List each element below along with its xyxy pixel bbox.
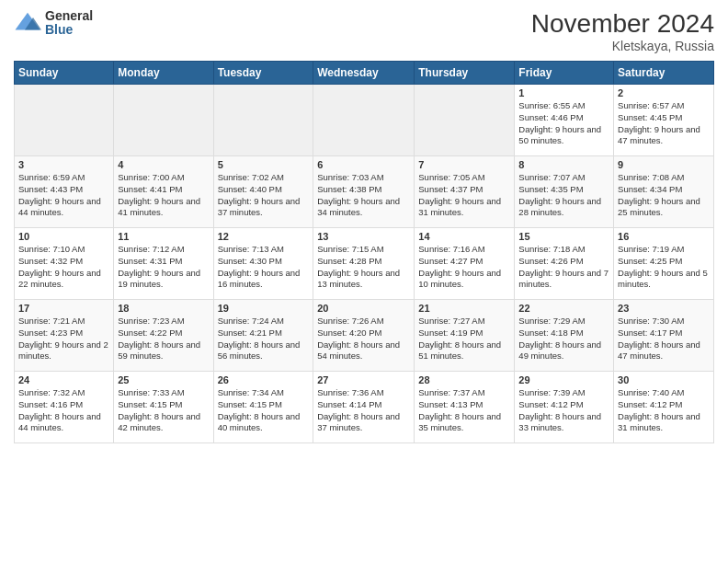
day-number: 18 bbox=[118, 303, 209, 314]
location: Kletskaya, Russia bbox=[531, 39, 714, 53]
table-row: 19Sunrise: 7:24 AM Sunset: 4:21 PM Dayli… bbox=[213, 300, 313, 372]
day-number: 12 bbox=[218, 231, 310, 242]
table-row: 22Sunrise: 7:29 AM Sunset: 4:18 PM Dayli… bbox=[515, 300, 614, 372]
day-number: 22 bbox=[518, 303, 609, 314]
cell-content: Sunrise: 6:57 AM Sunset: 4:45 PM Dayligh… bbox=[618, 100, 710, 147]
logo: General Blue bbox=[14, 9, 93, 38]
day-number: 11 bbox=[118, 231, 209, 242]
day-number: 14 bbox=[418, 231, 510, 242]
cell-content: Sunrise: 7:08 AM Sunset: 4:34 PM Dayligh… bbox=[618, 172, 710, 219]
day-number: 21 bbox=[418, 303, 510, 314]
day-number: 8 bbox=[518, 159, 609, 170]
cell-content: Sunrise: 7:18 AM Sunset: 4:26 PM Dayligh… bbox=[518, 244, 609, 291]
page: General Blue November 2024 Kletskaya, Ru… bbox=[0, 0, 728, 563]
cell-content: Sunrise: 7:33 AM Sunset: 4:15 PM Dayligh… bbox=[118, 387, 209, 434]
cell-content: Sunrise: 7:34 AM Sunset: 4:15 PM Dayligh… bbox=[218, 387, 310, 434]
table-row: 26Sunrise: 7:34 AM Sunset: 4:15 PM Dayli… bbox=[213, 372, 313, 443]
table-row: 20Sunrise: 7:26 AM Sunset: 4:20 PM Dayli… bbox=[313, 300, 415, 372]
cell-content: Sunrise: 7:29 AM Sunset: 4:18 PM Dayligh… bbox=[518, 316, 609, 362]
cell-content: Sunrise: 7:24 AM Sunset: 4:21 PM Dayligh… bbox=[218, 316, 310, 362]
day-number: 2 bbox=[618, 87, 710, 98]
day-number: 23 bbox=[618, 303, 710, 314]
cell-content: Sunrise: 7:03 AM Sunset: 4:38 PM Dayligh… bbox=[317, 172, 410, 219]
table-row: 1Sunrise: 6:55 AM Sunset: 4:46 PM Daylig… bbox=[515, 85, 614, 156]
calendar-week-0: 1Sunrise: 6:55 AM Sunset: 4:46 PM Daylig… bbox=[15, 85, 714, 156]
col-sunday: Sunday bbox=[15, 62, 114, 85]
cell-content: Sunrise: 7:02 AM Sunset: 4:40 PM Dayligh… bbox=[218, 172, 310, 219]
cell-content: Sunrise: 7:10 AM Sunset: 4:32 PM Dayligh… bbox=[18, 244, 109, 291]
cell-content: Sunrise: 7:12 AM Sunset: 4:31 PM Dayligh… bbox=[118, 244, 209, 291]
cell-content: Sunrise: 7:40 AM Sunset: 4:12 PM Dayligh… bbox=[618, 387, 710, 434]
table-row bbox=[313, 85, 415, 156]
month-title: November 2024 bbox=[531, 9, 714, 39]
table-row: 10Sunrise: 7:10 AM Sunset: 4:32 PM Dayli… bbox=[15, 228, 114, 300]
table-row: 14Sunrise: 7:16 AM Sunset: 4:27 PM Dayli… bbox=[415, 228, 515, 300]
table-row: 8Sunrise: 7:07 AM Sunset: 4:35 PM Daylig… bbox=[515, 156, 614, 228]
calendar-week-4: 24Sunrise: 7:32 AM Sunset: 4:16 PM Dayli… bbox=[15, 372, 714, 443]
day-number: 17 bbox=[18, 303, 109, 314]
cell-content: Sunrise: 7:07 AM Sunset: 4:35 PM Dayligh… bbox=[518, 172, 609, 219]
day-number: 27 bbox=[317, 374, 410, 385]
table-row: 18Sunrise: 7:23 AM Sunset: 4:22 PM Dayli… bbox=[114, 300, 213, 372]
cell-content: Sunrise: 7:19 AM Sunset: 4:25 PM Dayligh… bbox=[618, 244, 710, 291]
cell-content: Sunrise: 7:00 AM Sunset: 4:41 PM Dayligh… bbox=[118, 172, 209, 219]
cell-content: Sunrise: 7:39 AM Sunset: 4:12 PM Dayligh… bbox=[518, 387, 609, 434]
day-number: 28 bbox=[418, 374, 510, 385]
day-number: 1 bbox=[518, 87, 609, 98]
table-row: 12Sunrise: 7:13 AM Sunset: 4:30 PM Dayli… bbox=[213, 228, 313, 300]
title-block: November 2024 Kletskaya, Russia bbox=[531, 9, 714, 53]
table-row bbox=[15, 85, 114, 156]
table-row: 29Sunrise: 7:39 AM Sunset: 4:12 PM Dayli… bbox=[515, 372, 614, 443]
cell-content: Sunrise: 7:13 AM Sunset: 4:30 PM Dayligh… bbox=[218, 244, 310, 291]
day-number: 19 bbox=[218, 303, 310, 314]
cell-content: Sunrise: 7:23 AM Sunset: 4:22 PM Dayligh… bbox=[118, 316, 209, 362]
table-row bbox=[114, 85, 213, 156]
calendar-week-2: 10Sunrise: 7:10 AM Sunset: 4:32 PM Dayli… bbox=[15, 228, 714, 300]
table-row: 3Sunrise: 6:59 AM Sunset: 4:43 PM Daylig… bbox=[15, 156, 114, 228]
day-number: 13 bbox=[317, 231, 410, 242]
cell-content: Sunrise: 7:36 AM Sunset: 4:14 PM Dayligh… bbox=[317, 387, 410, 434]
col-saturday: Saturday bbox=[614, 62, 714, 85]
logo-blue: Blue bbox=[45, 23, 93, 37]
calendar: Sunday Monday Tuesday Wednesday Thursday… bbox=[14, 61, 714, 443]
cell-content: Sunrise: 6:55 AM Sunset: 4:46 PM Dayligh… bbox=[518, 100, 609, 147]
col-thursday: Thursday bbox=[415, 62, 515, 85]
day-number: 6 bbox=[317, 159, 410, 170]
cell-content: Sunrise: 7:15 AM Sunset: 4:28 PM Dayligh… bbox=[317, 244, 410, 291]
day-number: 16 bbox=[618, 231, 710, 242]
col-friday: Friday bbox=[515, 62, 614, 85]
cell-content: Sunrise: 7:37 AM Sunset: 4:13 PM Dayligh… bbox=[418, 387, 510, 434]
table-row bbox=[415, 85, 515, 156]
table-row: 25Sunrise: 7:33 AM Sunset: 4:15 PM Dayli… bbox=[114, 372, 213, 443]
header: General Blue November 2024 Kletskaya, Ru… bbox=[14, 9, 714, 53]
table-row: 15Sunrise: 7:18 AM Sunset: 4:26 PM Dayli… bbox=[515, 228, 614, 300]
table-row: 21Sunrise: 7:27 AM Sunset: 4:19 PM Dayli… bbox=[415, 300, 515, 372]
day-number: 15 bbox=[518, 231, 609, 242]
table-row bbox=[213, 85, 313, 156]
day-number: 20 bbox=[317, 303, 410, 314]
logo-icon bbox=[14, 9, 41, 37]
day-number: 4 bbox=[118, 159, 209, 170]
cell-content: Sunrise: 7:32 AM Sunset: 4:16 PM Dayligh… bbox=[18, 387, 109, 434]
calendar-header-row: Sunday Monday Tuesday Wednesday Thursday… bbox=[15, 62, 714, 85]
calendar-week-1: 3Sunrise: 6:59 AM Sunset: 4:43 PM Daylig… bbox=[15, 156, 714, 228]
day-number: 30 bbox=[618, 374, 710, 385]
table-row: 11Sunrise: 7:12 AM Sunset: 4:31 PM Dayli… bbox=[114, 228, 213, 300]
cell-content: Sunrise: 7:30 AM Sunset: 4:17 PM Dayligh… bbox=[618, 316, 710, 362]
cell-content: Sunrise: 7:16 AM Sunset: 4:27 PM Dayligh… bbox=[418, 244, 510, 291]
day-number: 3 bbox=[18, 159, 109, 170]
col-monday: Monday bbox=[114, 62, 213, 85]
day-number: 5 bbox=[218, 159, 310, 170]
table-row: 30Sunrise: 7:40 AM Sunset: 4:12 PM Dayli… bbox=[614, 372, 714, 443]
logo-general: General bbox=[45, 9, 93, 23]
table-row: 24Sunrise: 7:32 AM Sunset: 4:16 PM Dayli… bbox=[15, 372, 114, 443]
day-number: 7 bbox=[418, 159, 510, 170]
day-number: 25 bbox=[118, 374, 209, 385]
table-row: 23Sunrise: 7:30 AM Sunset: 4:17 PM Dayli… bbox=[614, 300, 714, 372]
col-tuesday: Tuesday bbox=[213, 62, 313, 85]
table-row: 28Sunrise: 7:37 AM Sunset: 4:13 PM Dayli… bbox=[415, 372, 515, 443]
day-number: 29 bbox=[518, 374, 609, 385]
day-number: 9 bbox=[618, 159, 710, 170]
cell-content: Sunrise: 7:26 AM Sunset: 4:20 PM Dayligh… bbox=[317, 316, 410, 362]
calendar-week-3: 17Sunrise: 7:21 AM Sunset: 4:23 PM Dayli… bbox=[15, 300, 714, 372]
